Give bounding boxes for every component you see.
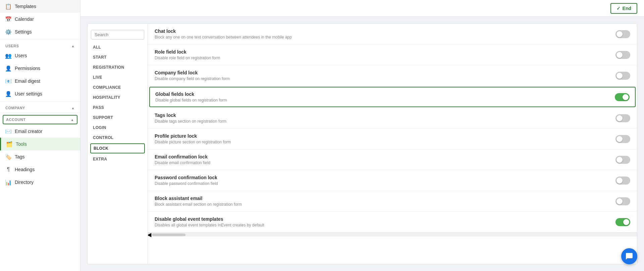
settings-row-email-confirmation-lock: Email confirmation lockDisable email con… [148,149,637,170]
sidebar-item-templates[interactable]: 📋 Templates [0,0,80,13]
sidebar-item-directory[interactable]: 📊 Directory [0,176,80,189]
setting-desc-company-field-lock: Disable company field on registration fo… [155,76,230,81]
topbar: ✓ End [80,0,644,17]
sidebar-item-calendar[interactable]: 📅 Calendar [0,13,80,25]
setting-desc-disable-global-event-templates: Disables all global event templates InEv… [155,223,264,227]
sidebar-item-users[interactable]: 👥 Users [0,49,80,62]
settings-nav: ALLSTARTREGISTRATIONLIVECOMPLIANCEHOSPIT… [88,24,148,264]
scroll-thumb[interactable] [152,233,185,236]
horizontal-scrollbar[interactable]: ◀ [148,232,637,236]
settings-nav-item-all[interactable]: ALL [88,42,148,52]
toggle-slider-block-assistant-email [615,197,630,205]
search-input[interactable] [91,30,144,40]
setting-desc-chat-lock: Block any one on one text conversation b… [155,35,292,40]
users-chevron: ▲ [71,44,75,48]
sidebar-item-headings[interactable]: ¶ Headings [0,163,80,176]
settings-rows-list: Chat lockBlock any one on one text conve… [148,24,637,232]
headings-icon: ¶ [5,166,11,173]
setting-title-role-field-lock: Role field lock [155,49,220,55]
account-chevron: ▲ [71,118,74,122]
settings-nav-item-block[interactable]: BLOCK [90,143,145,153]
toggle-password-confirmation-lock[interactable] [615,177,630,185]
settings-row-password-confirmation-lock: Password confirmation lockDisable passwo… [148,170,637,191]
toggle-slider-password-confirmation-lock [615,177,630,185]
toggle-slider-tags-lock [615,114,630,122]
toggle-profile-picture-lock[interactable] [615,135,630,143]
toggle-slider-company-field-lock [615,72,630,80]
end-button[interactable]: ✓ End [610,3,637,14]
setting-title-email-confirmation-lock: Email confirmation lock [155,154,210,159]
settings-nav-item-hospitality[interactable]: HOSPITALITY [88,92,148,103]
toggle-global-fields-lock[interactable] [615,93,630,101]
settings-row-disable-global-event-templates: Disable global event templatesDisables a… [148,212,637,232]
chat-icon [625,252,633,260]
settings-nav-item-extra[interactable]: EXTRA [88,154,148,164]
toggle-slider-email-confirmation-lock [615,156,630,164]
email-digest-icon: 📧 [5,78,11,84]
settings-nav-list: ALLSTARTREGISTRATIONLIVECOMPLIANCEHOSPIT… [88,42,148,164]
settings-content[interactable]: Chat lockBlock any one on one text conve… [148,24,637,264]
sidebar-item-permissions[interactable]: 👤 Permissions [0,62,80,75]
setting-desc-tags-lock: Disable tags section on registration for… [155,119,226,124]
sidebar-item-user-settings[interactable]: 👤 User settings [0,87,80,100]
sidebar: 📋 Templates 📅 Calendar ⚙️ Settings USERS… [0,0,80,271]
sidebar-item-settings[interactable]: ⚙️ Settings [0,25,80,38]
settings-row-global-fields-lock: Global fields lockDisable global fields … [149,87,636,107]
settings-nav-item-pass[interactable]: PASS [88,103,148,113]
settings-nav-item-support[interactable]: SUPPORT [88,113,148,123]
setting-desc-profile-picture-lock: Disable picture section on registration … [155,140,231,144]
setting-desc-block-assistant-email: Block assistant email section on registr… [155,202,242,207]
sidebar-item-tools[interactable]: 🗂️ Tools [0,138,80,150]
toggle-role-field-lock[interactable] [615,51,630,59]
toggle-slider-global-fields-lock [615,93,630,101]
settings-nav-item-live[interactable]: LIVE [88,72,148,82]
settings-row-role-field-lock: Role field lockDisable role field on reg… [148,45,637,65]
chat-button[interactable] [621,248,637,264]
settings-nav-item-login[interactable]: LOGIN [88,123,148,133]
settings-row-chat-lock: Chat lockBlock any one on one text conve… [148,24,637,45]
scroll-left-btn[interactable]: ◀ [148,233,151,236]
settings-row-block-assistant-email: Block assistant emailBlock assistant ema… [148,191,637,212]
directory-icon: 📊 [5,179,11,185]
setting-title-password-confirmation-lock: Password confirmation lock [155,175,218,180]
sidebar-item-email-digest[interactable]: 📧 Email digest [0,75,80,87]
tools-icon: 🗂️ [6,141,12,147]
setting-desc-role-field-lock: Disable role field on registration form [155,56,220,60]
setting-title-chat-lock: Chat lock [155,28,292,34]
setting-title-block-assistant-email: Block assistant email [155,196,242,201]
toggle-chat-lock[interactable] [615,30,630,38]
sidebar-item-email-creator[interactable]: ✉️ Email creator [0,125,80,138]
content-area: ALLSTARTREGISTRATIONLIVECOMPLIANCEHOSPIT… [80,17,644,271]
users-section-header[interactable]: USERS ▲ [0,41,80,49]
company-chevron: ▲ [71,106,75,110]
permissions-icon: 👤 [5,65,11,71]
sidebar-item-tags[interactable]: 🏷️ Tags [0,150,80,163]
setting-title-disable-global-event-templates: Disable global event templates [155,216,264,222]
setting-title-tags-lock: Tags lock [155,113,226,118]
setting-desc-password-confirmation-lock: Disable password confirmation field [155,181,218,186]
settings-nav-item-registration[interactable]: REGISTRATION [88,62,148,72]
templates-icon: 📋 [5,3,11,9]
toggle-slider-disable-global-event-templates [615,218,630,226]
email-creator-icon: ✉️ [5,128,11,134]
settings-nav-item-control[interactable]: CONTROL [88,133,148,143]
settings-nav-item-start[interactable]: START [88,52,148,62]
users-icon: 👥 [5,53,11,59]
settings-row-tags-lock: Tags lockDisable tags section on registr… [148,108,637,129]
settings-row-company-field-lock: Company field lockDisable company field … [148,65,637,86]
settings-icon: ⚙️ [5,29,11,35]
company-section-header[interactable]: COMPANY ▲ [0,103,80,111]
setting-title-company-field-lock: Company field lock [155,70,230,75]
settings-nav-search-container [88,27,148,42]
settings-row-profile-picture-lock: Profile picture lockDisable picture sect… [148,129,637,149]
settings-nav-item-compliance[interactable]: COMPLIANCE [88,82,148,92]
toggle-tags-lock[interactable] [615,114,630,122]
user-settings-icon: 👤 [5,91,11,97]
toggle-disable-global-event-templates[interactable] [615,218,630,226]
end-check-icon: ✓ [616,6,621,11]
account-section-header[interactable]: ACCOUNT ▲ [3,115,77,124]
toggle-company-field-lock[interactable] [615,72,630,80]
toggle-block-assistant-email[interactable] [615,197,630,205]
toggle-email-confirmation-lock[interactable] [615,156,630,164]
calendar-icon: 📅 [5,16,11,22]
